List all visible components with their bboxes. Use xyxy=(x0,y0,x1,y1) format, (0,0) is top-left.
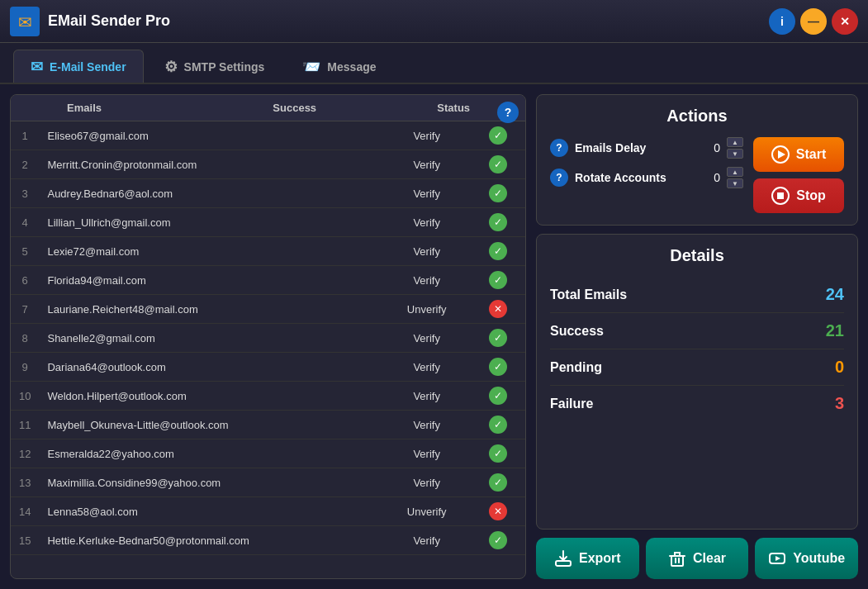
row-success: Verify xyxy=(382,439,470,468)
table-row: 12Esmeralda22@yahoo.comVerify✓ xyxy=(11,439,525,468)
row-success: Verify xyxy=(382,526,470,555)
row-number: 7 xyxy=(11,295,39,324)
controls-left: ? Emails Delay 0 ▲ ▼ ? Rotate Accounts 0 xyxy=(550,137,743,213)
stop-button[interactable]: Stop xyxy=(753,178,844,213)
emails-delay-help[interactable]: ? xyxy=(550,139,568,157)
close-button[interactable]: ✕ xyxy=(832,8,858,35)
tab-email-sender[interactable]: ✉ E-Mail Sender xyxy=(13,50,144,83)
tab-smtp-settings-label: SMTP Settings xyxy=(184,60,265,74)
check-icon: ✓ xyxy=(489,126,507,145)
row-status: ✕ xyxy=(471,497,525,526)
export-label: Export xyxy=(579,551,621,566)
row-email: Esmeralda22@yahoo.com xyxy=(39,439,382,468)
success-label: Success xyxy=(550,324,604,339)
row-number: 10 xyxy=(11,382,39,411)
row-status: ✓ xyxy=(471,526,525,555)
svg-text:✉: ✉ xyxy=(18,13,32,31)
emails-delay-row: ? Emails Delay 0 ▲ ▼ xyxy=(550,137,743,159)
actions-title: Actions xyxy=(550,107,844,126)
table-row: 2Merritt.Cronin@protonmail.comVerify✓ xyxy=(11,150,525,179)
row-success: Verify xyxy=(382,150,470,179)
smtp-settings-icon: ⚙ xyxy=(164,58,178,76)
total-emails-value: 24 xyxy=(826,285,844,304)
row-success: Verify xyxy=(382,121,470,150)
table-row: 9Dariana64@outlook.comVerify✓ xyxy=(11,353,525,382)
rotate-accounts-up[interactable]: ▲ xyxy=(727,167,743,177)
row-status: ✓ xyxy=(471,411,525,439)
success-row: Success 21 xyxy=(550,313,844,349)
table-row: 3Audrey.Bednar6@aol.comVerify✓ xyxy=(11,179,525,208)
row-success: Verify xyxy=(382,179,470,208)
tab-smtp-settings[interactable]: ⚙ SMTP Settings xyxy=(147,50,282,83)
total-emails-label: Total Emails xyxy=(550,287,627,302)
clear-label: Clear xyxy=(693,551,726,566)
row-email: Weldon.Hilpert@outlook.com xyxy=(39,382,382,411)
check-icon: ✓ xyxy=(489,358,507,376)
emails-delay-spinner[interactable]: ▲ ▼ xyxy=(727,137,743,159)
youtube-button[interactable]: Youtube xyxy=(755,538,858,579)
row-email: Merritt.Cronin@protonmail.com xyxy=(39,150,382,179)
row-email: Florida94@mail.com xyxy=(39,266,382,295)
tab-message[interactable]: 📨 Message xyxy=(285,50,393,83)
rotate-accounts-help[interactable]: ? xyxy=(550,169,568,187)
email-table: Emails Success Status xyxy=(11,95,525,121)
title-bar: ✉ EMail Sender Pro i — ✕ xyxy=(0,0,868,43)
check-icon: ✓ xyxy=(489,387,507,405)
svg-rect-5 xyxy=(777,192,784,199)
emails-delay-down[interactable]: ▼ xyxy=(727,149,743,159)
emails-delay-up[interactable]: ▲ xyxy=(727,137,743,147)
youtube-label: Youtube xyxy=(793,551,845,566)
tab-bar: ✉ E-Mail Sender ⚙ SMTP Settings 📨 Messag… xyxy=(0,43,868,84)
svg-rect-7 xyxy=(671,556,683,566)
start-button[interactable]: Start xyxy=(753,137,844,172)
row-email: Audrey.Bednar6@aol.com xyxy=(39,179,382,208)
info-button[interactable]: i xyxy=(769,8,795,35)
check-icon: ✓ xyxy=(489,473,507,492)
right-panel: Actions ? Emails Delay 0 ▲ ▼ ? Rotate xyxy=(536,94,858,579)
row-number: 3 xyxy=(11,179,39,208)
rotate-accounts-down[interactable]: ▼ xyxy=(727,178,743,188)
row-status: ✓ xyxy=(471,353,525,382)
emails-delay-value: 0 xyxy=(687,141,720,154)
bottom-buttons: Export Clear Youtube xyxy=(536,538,858,579)
row-number: 4 xyxy=(11,208,39,237)
details-title: Details xyxy=(550,246,844,265)
check-icon: ✓ xyxy=(489,531,507,549)
row-success: Verify xyxy=(382,353,470,382)
pending-value: 0 xyxy=(835,358,844,377)
row-status: ✓ xyxy=(471,468,525,497)
failure-label: Failure xyxy=(550,397,593,411)
emails-delay-label: Emails Delay xyxy=(575,141,681,154)
row-number: 13 xyxy=(11,468,39,497)
export-icon xyxy=(554,549,572,568)
row-status: ✓ xyxy=(471,179,525,208)
row-number: 15 xyxy=(11,526,39,555)
check-icon: ✓ xyxy=(489,155,507,173)
svg-marker-3 xyxy=(778,150,785,159)
failure-row: Failure 3 xyxy=(550,386,844,421)
details-section: Details Total Emails 24 Success 21 Pendi… xyxy=(536,234,858,530)
rotate-accounts-value: 0 xyxy=(687,171,720,184)
check-icon: ✓ xyxy=(489,329,507,347)
help-button[interactable]: ? xyxy=(497,102,519,123)
row-number: 2 xyxy=(11,150,39,179)
rotate-accounts-label: Rotate Accounts xyxy=(575,171,681,184)
row-email: Lauriane.Reichert48@mail.com xyxy=(39,295,382,324)
table-row: 6Florida94@mail.comVerify✓ xyxy=(11,266,525,295)
table-row: 4Lillian_Ullrich@gmail.comVerify✓ xyxy=(11,208,525,237)
col-header-num xyxy=(11,95,59,121)
rotate-accounts-spinner[interactable]: ▲ ▼ xyxy=(727,167,743,188)
tab-message-label: Message xyxy=(327,60,376,74)
row-status: ✓ xyxy=(471,237,525,266)
row-email: Lillian_Ullrich@gmail.com xyxy=(39,208,382,237)
message-icon: 📨 xyxy=(302,58,320,76)
clear-button[interactable]: Clear xyxy=(646,538,749,579)
check-icon: ✓ xyxy=(489,271,507,289)
email-table-scroll[interactable]: 1Eliseo67@gmail.comVerify✓2Merritt.Croni… xyxy=(11,121,525,578)
app-logo: ✉ xyxy=(10,7,40,36)
export-button[interactable]: Export xyxy=(536,538,639,579)
play-icon xyxy=(771,145,790,164)
table-row: 15Hettie.Kerluke-Bednar50@protonmail.com… xyxy=(11,526,525,555)
minimize-button[interactable]: — xyxy=(800,8,827,35)
stop-icon xyxy=(771,187,790,205)
